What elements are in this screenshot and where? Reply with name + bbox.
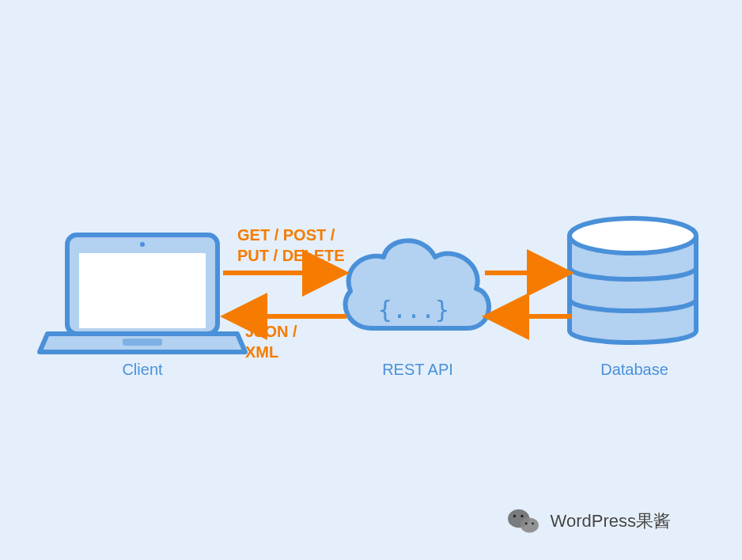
svg-point-9 [525,523,528,525]
database-icon [570,218,696,342]
cloud-icon: {...} [346,240,489,328]
svg-point-10 [532,523,534,525]
svg-point-8 [521,515,523,517]
svg-point-2 [140,242,145,247]
watermark-text: WordPress果酱 [551,509,671,533]
database-label: Database [595,361,674,379]
cloud-code-text: {...} [378,296,449,324]
diagram-canvas: {...} [0,0,742,560]
svg-point-4 [570,218,696,253]
response-formats-label: JSON / XML [245,321,297,362]
wechat-icon [507,508,540,536]
rest-api-label: REST API [378,361,457,379]
svg-point-6 [521,518,539,533]
svg-rect-1 [79,253,206,328]
svg-point-7 [513,515,516,517]
client-label: Client [103,361,182,379]
svg-rect-3 [123,339,162,346]
laptop-icon [40,235,245,352]
request-methods-label: GET / POST / PUT / DELETE [237,225,345,266]
